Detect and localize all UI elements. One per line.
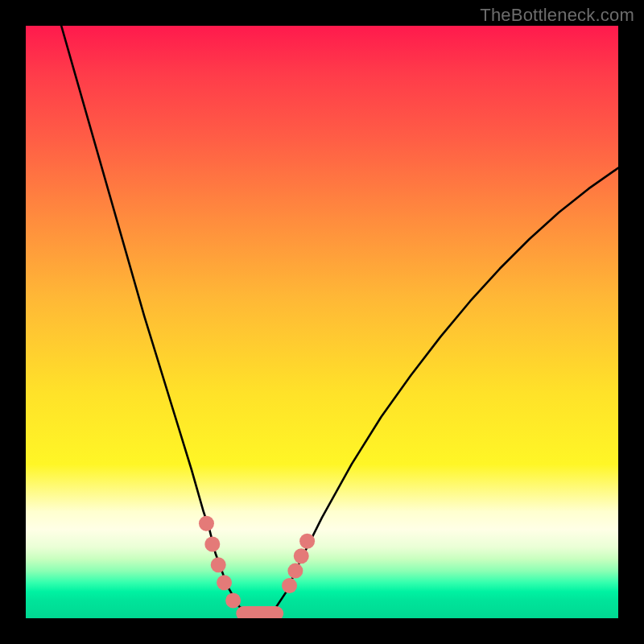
plot-area: [26, 26, 618, 618]
left-marker-cluster-point: [204, 537, 220, 552]
watermark-text: TheBottleneck.com: [480, 5, 634, 26]
right-marker-cluster-point: [299, 534, 315, 549]
bottleneck-curve: [61, 26, 618, 615]
left-marker-cluster-point: [225, 592, 241, 608]
chart-svg: [26, 26, 618, 618]
right-marker-cluster-point: [294, 548, 309, 564]
chart-frame: TheBottleneck.com: [0, 0, 644, 644]
left-marker-cluster-point: [217, 575, 232, 590]
right-marker-cluster-point: [287, 564, 303, 579]
left-marker-cluster-point: [199, 516, 214, 531]
right-marker-cluster-point: [282, 578, 297, 593]
bottom-bar: [236, 606, 283, 618]
left-marker-cluster-point: [211, 557, 226, 572]
